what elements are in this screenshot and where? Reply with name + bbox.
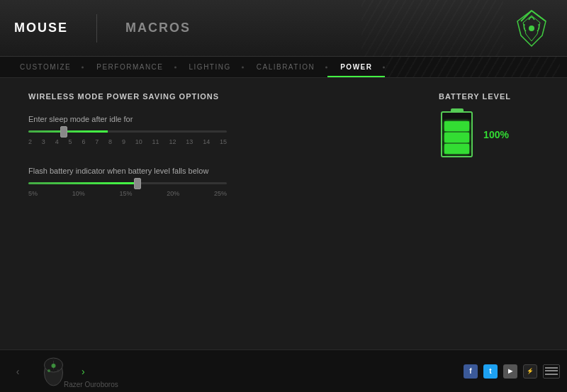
tick-label: 7 xyxy=(95,138,99,145)
footer-right-controls: f t ▶ ⚡ xyxy=(464,364,560,379)
right-panel: BATTERY LEVEL 100% xyxy=(411,92,539,335)
footer: ‹ › Razer Ouroboros f t ▶ ⚡ xyxy=(0,349,567,392)
battery-title: BATTERY LEVEL xyxy=(439,92,511,101)
left-panel: WIRELESS MODE POWER SAVING OPTIONS Enter… xyxy=(28,92,369,335)
tick-label: 3 xyxy=(42,138,45,145)
tick-label: 10 xyxy=(135,138,142,145)
app-container: MOUSE MACROS CUS xyxy=(0,0,567,392)
menu-line-3 xyxy=(545,374,558,375)
tick-label: 5 xyxy=(69,138,72,145)
nav-item-macros[interactable]: MACROS xyxy=(125,21,191,35)
tick-label: 12 xyxy=(169,138,176,145)
tick-label: 15 xyxy=(220,138,227,145)
tick-label: 5% xyxy=(28,190,38,197)
left-arrow-button[interactable]: ‹ xyxy=(11,364,25,379)
tick-label: 6 xyxy=(82,138,85,145)
battery-percent: 100% xyxy=(483,129,509,140)
tick-label: 20% xyxy=(167,190,179,197)
sleep-mode-section: Enter sleep mode after idle for 2 3 4 5 … xyxy=(28,115,369,145)
right-arrow-button[interactable]: › xyxy=(82,366,85,377)
tab-stripe xyxy=(385,57,560,77)
sleep-mode-label: Enter sleep mode after idle for xyxy=(28,115,369,123)
battery-icon xyxy=(441,111,473,157)
tick-label: 4 xyxy=(55,138,59,145)
section-title: WIRELESS MODE POWER SAVING OPTIONS xyxy=(28,92,369,101)
tab-performance[interactable]: PERFORMANCE xyxy=(84,57,176,77)
nav-item-mouse[interactable]: MOUSE xyxy=(14,21,68,35)
svg-point-4 xyxy=(51,364,55,368)
tick-label: 11 xyxy=(152,138,159,145)
tab-customize[interactable]: CUSTOMIZE xyxy=(7,57,84,77)
battery-cell-3 xyxy=(444,121,469,131)
battery-flash-tick-labels: 5% 10% 15% 20% 25% xyxy=(28,190,227,197)
battery-flash-slider-thumb[interactable] xyxy=(134,178,141,189)
tab-calibration[interactable]: CALIBRATION xyxy=(244,57,327,77)
tick-label: 25% xyxy=(214,190,227,197)
tick-label: 10% xyxy=(72,190,85,197)
svg-point-0 xyxy=(529,26,534,31)
battery-flash-slider-container xyxy=(28,182,369,184)
tab-power[interactable]: POWER xyxy=(327,57,385,77)
header-nav: MOUSE MACROS xyxy=(14,14,191,43)
battery-cell-1 xyxy=(444,144,469,154)
battery-flash-section: Flash battery indicator when battery lev… xyxy=(28,167,369,197)
tab-lighting[interactable]: LIGHTING xyxy=(176,57,244,77)
battery-container: 100% xyxy=(441,111,509,157)
facebook-icon[interactable]: f xyxy=(464,364,478,379)
sleep-mode-slider-thumb[interactable] xyxy=(60,126,67,138)
device-name: Razer Ouroboros xyxy=(64,381,118,388)
svg-point-6 xyxy=(57,369,60,372)
header-decoration xyxy=(361,0,503,57)
twitter-icon[interactable]: t xyxy=(483,364,498,379)
sleep-mode-slider-container xyxy=(28,130,369,133)
svg-point-5 xyxy=(47,369,50,372)
menu-button[interactable] xyxy=(543,364,560,379)
battery-flash-slider-track[interactable] xyxy=(28,182,227,184)
header: MOUSE MACROS xyxy=(0,0,567,57)
tab-bar: CUSTOMIZE PERFORMANCE LIGHTING CALIBRATI… xyxy=(0,57,567,78)
razer-social-icon[interactable]: ⚡ xyxy=(523,364,537,379)
razer-logo xyxy=(510,7,553,50)
tick-label: 2 xyxy=(28,138,32,145)
tick-label: 15% xyxy=(119,190,132,197)
header-divider xyxy=(96,14,97,43)
battery-cell-2 xyxy=(444,133,469,142)
menu-line-1 xyxy=(545,367,558,369)
tick-label: 9 xyxy=(122,138,125,145)
youtube-icon[interactable]: ▶ xyxy=(503,364,517,379)
tick-label: 8 xyxy=(108,138,112,145)
tick-label: 14 xyxy=(203,138,210,145)
sleep-mode-tick-labels: 2 3 4 5 6 7 8 9 10 11 12 13 14 15 xyxy=(28,138,227,145)
main-content: WIRELESS MODE POWER SAVING OPTIONS Enter… xyxy=(0,78,567,349)
sleep-mode-slider-track[interactable] xyxy=(28,130,227,133)
battery-flash-label: Flash battery indicator when battery lev… xyxy=(28,167,369,175)
tick-label: 13 xyxy=(186,138,193,145)
menu-line-2 xyxy=(545,370,558,371)
